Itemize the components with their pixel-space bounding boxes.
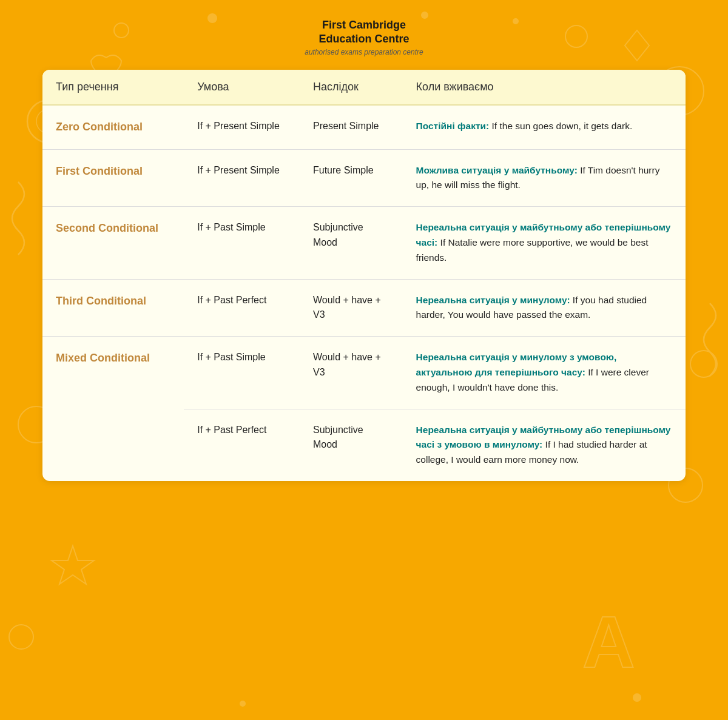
conditionals-table: Тип речення Умова Наслідок Коли вживаємо…	[42, 70, 686, 481]
svg-point-11	[690, 351, 717, 377]
third-conditional-when: Нереальна ситуація у минулому: If you ha…	[403, 279, 686, 337]
mixed-conditional-when-2: Нереальна ситуація у майбутньому або теп…	[403, 409, 686, 481]
col-condition: Умова	[184, 70, 300, 105]
svg-point-13	[207, 13, 217, 23]
table-row: Third Conditional If + Past Perfect Woul…	[42, 279, 686, 337]
second-conditional-consequence: Subjunctive Mood	[300, 207, 403, 279]
mixed-conditional-consequence-2: Subjunctive Mood	[300, 409, 403, 481]
svg-text:A: A	[582, 601, 635, 682]
zero-conditional-condition: If + Present Simple	[184, 105, 300, 149]
page-header: First Cambridge Education Centre authori…	[305, 18, 423, 56]
svg-point-17	[240, 701, 246, 707]
first-conditional-condition: If + Present Simple	[184, 149, 300, 207]
second-conditional-name: Second Conditional	[42, 207, 184, 279]
svg-point-12	[9, 625, 33, 649]
svg-marker-7	[52, 546, 94, 584]
svg-point-16	[633, 693, 641, 702]
table-row: First Conditional If + Present Simple Fu…	[42, 149, 686, 207]
svg-point-10	[565, 25, 587, 47]
mixed-conditional-when-1: Нереальна ситуація у минулому з умовою, …	[403, 337, 686, 409]
zero-conditional-when: Постійні факти: If the sun goes down, it…	[403, 105, 686, 149]
col-when: Коли вживаємо	[403, 70, 686, 105]
first-conditional-when: Можлива ситуація у майбутньому: If Tim d…	[403, 149, 686, 207]
second-conditional-when: Нереальна ситуація у майбутньому або теп…	[403, 207, 686, 279]
third-conditional-consequence: Would + have + V3	[300, 279, 403, 337]
mixed-conditional-condition-2: If + Past Perfect	[184, 409, 300, 481]
mixed-conditional-consequence-1: Would + have + V3	[300, 337, 403, 409]
svg-point-15	[513, 18, 519, 24]
svg-point-9	[114, 23, 129, 38]
mixed-conditional-row: Mixed Conditional If + Past Simple Would…	[42, 337, 686, 409]
table-header-row: Тип речення Умова Наслідок Коли вживаємо	[42, 70, 686, 105]
third-conditional-condition: If + Past Perfect	[184, 279, 300, 337]
header-subtitle: authorised exams preparation centre	[305, 48, 423, 56]
table-row: Second Conditional If + Past Simple Subj…	[42, 207, 686, 279]
first-conditional-consequence: Future Simple	[300, 149, 403, 207]
third-conditional-name: Third Conditional	[42, 279, 184, 337]
col-type: Тип речення	[42, 70, 184, 105]
first-conditional-name: First Conditional	[42, 149, 184, 207]
conditionals-table-container: Тип речення Умова Наслідок Коли вживаємо…	[42, 70, 686, 481]
header-title: First Cambridge Education Centre	[305, 18, 423, 47]
zero-conditional-consequence: Present Simple	[300, 105, 403, 149]
table-row: Zero Conditional If + Present Simple Pre…	[42, 105, 686, 149]
col-consequence: Наслідок	[300, 70, 403, 105]
second-conditional-condition: If + Past Simple	[184, 207, 300, 279]
zero-conditional-name: Zero Conditional	[42, 105, 184, 149]
mixed-conditional-name: Mixed Conditional	[42, 337, 184, 481]
mixed-conditional-condition-1: If + Past Simple	[184, 337, 300, 409]
svg-marker-6	[625, 30, 649, 61]
